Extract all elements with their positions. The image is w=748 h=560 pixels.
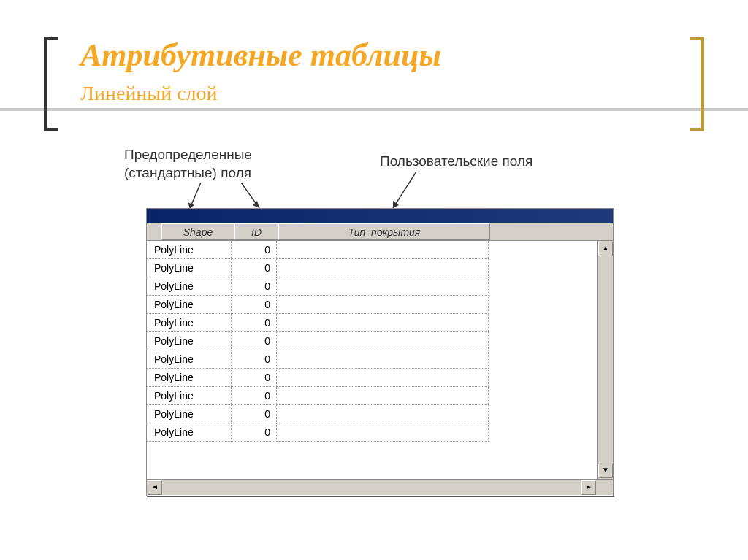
cell-id[interactable]: 0	[232, 332, 277, 350]
column-header-id[interactable]: ID	[234, 223, 278, 240]
cell-id[interactable]: 0	[232, 350, 277, 369]
table-row[interactable]: PolyLine0	[147, 277, 595, 296]
svg-marker-3	[253, 201, 259, 208]
svg-marker-5	[393, 201, 399, 208]
cell-id[interactable]: 0	[232, 423, 277, 442]
table-row[interactable]: PolyLine0	[147, 350, 595, 369]
divider-line	[0, 108, 748, 111]
cell-shape[interactable]: PolyLine	[147, 259, 232, 277]
cell-shape[interactable]: PolyLine	[147, 277, 232, 296]
table-row[interactable]: PolyLine0	[147, 387, 595, 405]
svg-marker-1	[188, 202, 194, 208]
table-row[interactable]: PolyLine0	[147, 369, 595, 387]
cell-id[interactable]: 0	[232, 405, 277, 423]
scroll-down-button[interactable]: ▼	[598, 464, 613, 478]
annotation-predefined: Предопределенные (стандартные) поля	[124, 146, 252, 182]
cell-id[interactable]: 0	[232, 369, 277, 387]
bracket-right-icon	[690, 37, 704, 131]
table-row[interactable]: PolyLine0	[147, 241, 595, 259]
table-row[interactable]: PolyLine0	[147, 259, 595, 277]
cell-shape[interactable]: PolyLine	[147, 387, 232, 405]
annotation-user: Пользовательские поля	[380, 153, 533, 169]
cell-id[interactable]: 0	[232, 259, 277, 277]
cell-type[interactable]	[277, 332, 489, 350]
table-row[interactable]: PolyLine0	[147, 423, 595, 442]
svg-line-2	[241, 183, 259, 208]
vertical-scrollbar[interactable]: ▲ ▼	[597, 241, 613, 479]
cell-id[interactable]: 0	[232, 314, 277, 332]
svg-line-4	[393, 172, 416, 208]
slide-title: Атрибутивные таблицы	[80, 37, 441, 74]
cell-type[interactable]	[277, 423, 489, 442]
annotation-predefined-line1: Предопределенные	[124, 147, 252, 162]
column-header-type[interactable]: Тип_покрытия	[278, 223, 490, 240]
svg-line-0	[190, 183, 201, 208]
scrollbar-corner	[598, 480, 612, 495]
table-row[interactable]: PolyLine0	[147, 314, 595, 332]
cell-shape[interactable]: PolyLine	[147, 314, 232, 332]
cell-shape[interactable]: PolyLine	[147, 369, 232, 387]
cell-id[interactable]: 0	[232, 296, 277, 314]
cell-type[interactable]	[277, 241, 489, 259]
cell-type[interactable]	[277, 277, 489, 296]
cell-type[interactable]	[277, 369, 489, 387]
cell-shape[interactable]: PolyLine	[147, 296, 232, 314]
bracket-left-icon	[44, 37, 58, 131]
cell-shape[interactable]: PolyLine	[147, 423, 232, 442]
table-row[interactable]: PolyLine0	[147, 332, 595, 350]
horizontal-scrollbar[interactable]: ◄ ►	[147, 479, 613, 495]
cell-id[interactable]: 0	[232, 277, 277, 296]
cell-shape[interactable]: PolyLine	[147, 405, 232, 423]
scroll-right-button[interactable]: ►	[581, 480, 596, 495]
cell-type[interactable]	[277, 259, 489, 277]
window-title-bar[interactable]	[147, 209, 613, 223]
cell-type[interactable]	[277, 405, 489, 423]
table-row[interactable]: PolyLine0	[147, 405, 595, 423]
slide-subtitle: Линейный слой	[80, 82, 218, 105]
cell-type[interactable]	[277, 296, 489, 314]
cell-id[interactable]: 0	[232, 241, 277, 259]
cell-shape[interactable]: PolyLine	[147, 350, 232, 369]
table-row[interactable]: PolyLine0	[147, 296, 595, 314]
column-header-shape[interactable]: Shape	[161, 223, 234, 240]
cell-id[interactable]: 0	[232, 387, 277, 405]
cell-type[interactable]	[277, 314, 489, 332]
cell-shape[interactable]: PolyLine	[147, 332, 232, 350]
table-header-row: Shape ID Тип_покрытия	[147, 223, 613, 241]
annotation-predefined-line2: (стандартные) поля	[124, 165, 251, 180]
scroll-left-button[interactable]: ◄	[148, 480, 162, 495]
cell-type[interactable]	[277, 350, 489, 369]
table-data-area: PolyLine0PolyLine0PolyLine0PolyLine0Poly…	[147, 241, 613, 479]
cell-shape[interactable]: PolyLine	[147, 241, 232, 259]
attribute-table-window: Shape ID Тип_покрытия PolyLine0PolyLine0…	[146, 208, 614, 496]
cell-type[interactable]	[277, 387, 489, 405]
scroll-up-button[interactable]: ▲	[598, 242, 613, 256]
